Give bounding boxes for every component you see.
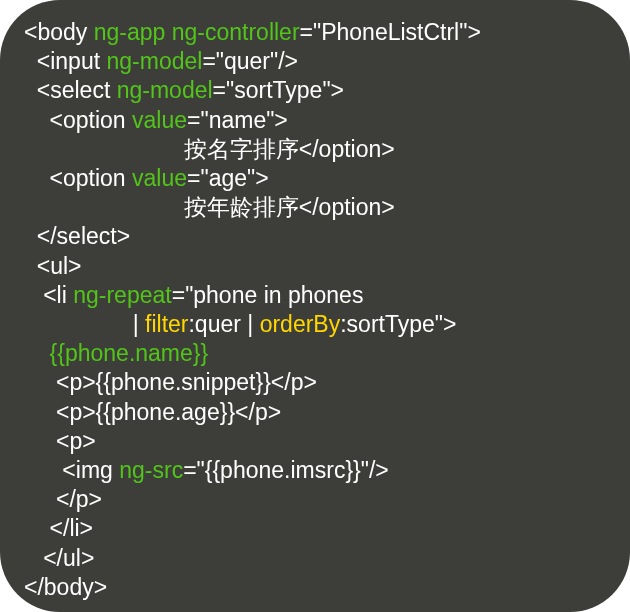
- code-line-8: </select>: [24, 223, 130, 249]
- code-line-16: <img ng-src="{{phone.imsrc}}"/>: [24, 457, 389, 483]
- code-line-9: <ul>: [24, 253, 82, 279]
- code-line-12: {{phone.name}}: [24, 340, 208, 366]
- code-line-14: <p>{{phone.age}}</p>: [24, 399, 281, 425]
- code-line-4: <option value="name">: [24, 107, 288, 133]
- code-line-10: <li ng-repeat="phone in phones: [24, 282, 363, 308]
- code-line-3: <select ng-model="sortType">: [24, 77, 344, 103]
- code-line-13: <p>{{phone.snippet}}</p>: [24, 369, 317, 395]
- code-line-6: <option value="age">: [24, 165, 269, 191]
- code-line-18: </li>: [24, 515, 93, 541]
- code-line-1: <body ng-app ng-controller="PhoneListCtr…: [24, 19, 481, 45]
- code-line-19: </ul>: [24, 545, 94, 571]
- code-line-20: </body>: [24, 574, 107, 600]
- code-line-7: 按年龄排序</option>: [24, 194, 395, 220]
- code-line-2: <input ng-model="quer"/>: [24, 48, 298, 74]
- code-snippet: <body ng-app ng-controller="PhoneListCtr…: [0, 0, 630, 612]
- code-line-5: 按名字排序</option>: [24, 136, 395, 162]
- code-line-11: | filter:quer | orderBy:sortType">: [24, 311, 456, 337]
- code-line-15: <p>: [24, 428, 96, 454]
- code-line-17: </p>: [24, 486, 102, 512]
